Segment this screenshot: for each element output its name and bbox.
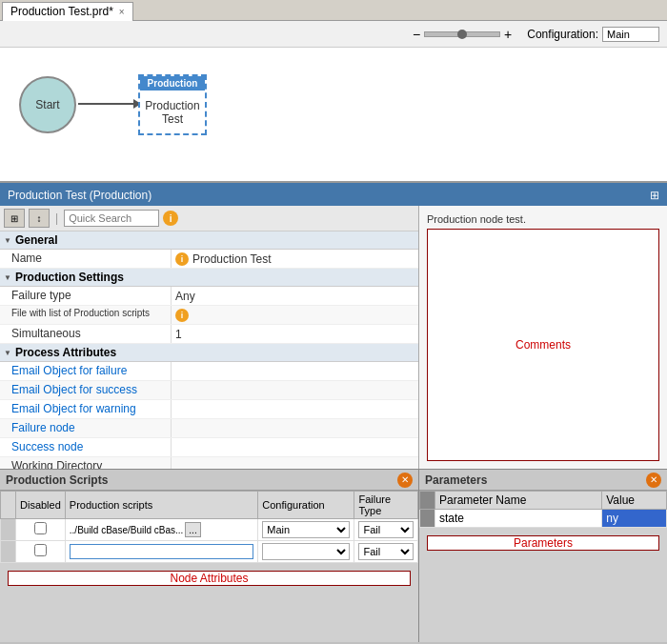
prop-row-email-failure: Email Object for failure xyxy=(0,362,418,381)
row1-disabled-cell xyxy=(16,519,66,541)
config-label: Configuration: xyxy=(527,28,598,41)
properties-title: Production Test (Production) xyxy=(8,189,152,202)
tab-production-test[interactable]: Production Test.prd* × xyxy=(2,2,133,21)
failure-node-label: Failure node xyxy=(0,419,172,437)
row2-config-select[interactable] xyxy=(262,543,350,560)
tab-close-button[interactable]: × xyxy=(119,7,125,17)
props-toolbar-btn1[interactable]: ⊞ xyxy=(4,209,25,228)
simultaneous-label: Simultaneous xyxy=(0,325,172,343)
parameters-close[interactable]: ✕ xyxy=(646,473,661,488)
process-attrs-section-header: ▼ Process Attributes xyxy=(0,344,418,362)
row2-failure-cell: Fail xyxy=(354,541,418,563)
node-attributes-box: Node Attributes xyxy=(8,571,411,586)
prop-row-email-warning: Email Object for warning xyxy=(0,400,418,419)
tab-title: Production Test.prd* xyxy=(10,5,113,18)
row1-config-select[interactable]: Main xyxy=(262,521,350,538)
quick-search-input[interactable] xyxy=(64,210,159,227)
production-node-body: Production Test xyxy=(145,91,199,133)
row2-config-cell xyxy=(258,541,354,563)
row2-disabled-checkbox[interactable] xyxy=(34,544,47,556)
th-disabled: Disabled xyxy=(16,492,66,519)
production-scripts-table-scroll[interactable]: Disabled Production scripts Configuratio… xyxy=(0,491,418,642)
parameters-table-scroll[interactable]: Parameter Name Value state ny Parameters xyxy=(419,491,667,642)
row2-failure-select[interactable]: Fail xyxy=(358,543,414,560)
properties-header: Production Test (Production) ⊞ xyxy=(0,185,667,206)
row2-script-input[interactable] xyxy=(70,544,253,559)
zoom-slider-area: − + Configuration: Main xyxy=(413,27,659,42)
pin-icon[interactable]: ⊞ xyxy=(650,189,659,202)
props-right-panel: Production node test. Comments xyxy=(419,206,667,469)
config-value[interactable]: Main xyxy=(602,27,659,42)
prop-row-failure-node: Failure node xyxy=(0,419,418,438)
file-list-value: i xyxy=(172,306,418,324)
props-left-panel: ⊞ ↕ | i ▼ General Name i Production Test xyxy=(0,206,419,469)
properties-panel: Production Test (Production) ⊞ ⊞ ↕ | i ▼… xyxy=(0,183,667,469)
prod-settings-section-header: ▼ Production Settings xyxy=(0,269,418,287)
row2-indicator xyxy=(1,541,16,563)
email-warning-label: Email Object for warning xyxy=(0,400,172,418)
start-node[interactable]: Start xyxy=(19,76,76,133)
tab-bar: Production Test.prd* × xyxy=(0,0,667,21)
prop-row-working-dir: Working Directory xyxy=(0,457,418,469)
parameters-table: Parameter Name Value state ny xyxy=(419,491,667,528)
row1-config-cell: Main xyxy=(258,519,354,541)
production-scripts-table: Disabled Production scripts Configuratio… xyxy=(0,491,418,563)
general-collapse-icon[interactable]: ▼ xyxy=(4,236,11,245)
diagram-canvas: Start Production Production Test xyxy=(0,48,667,181)
row1-script-cell: ../Build cBase/Build cBas... ... xyxy=(65,519,257,541)
prop-row-name: Name i Production Test xyxy=(0,250,418,269)
production-scripts-header: Production Scripts ✕ xyxy=(0,470,418,491)
props-toolbar-btn2[interactable]: ↕ xyxy=(29,209,50,228)
parameters-box-label: Parameters xyxy=(514,536,573,550)
row1-indicator xyxy=(1,519,16,541)
params-table-row: state ny xyxy=(420,510,667,528)
failure-type-value: Any xyxy=(172,287,418,305)
success-node-label: Success node xyxy=(0,438,172,456)
parameters-title: Parameters xyxy=(425,473,487,487)
zoom-minus[interactable]: − xyxy=(413,27,420,42)
prop-row-simultaneous: Simultaneous 1 xyxy=(0,325,418,344)
working-dir-label: Working Directory xyxy=(0,457,172,469)
table-row: Fail xyxy=(1,541,418,563)
row1-disabled-checkbox[interactable] xyxy=(34,522,47,534)
props-toolbar: ⊞ ↕ | i xyxy=(0,206,418,231)
row2-disabled-cell xyxy=(16,541,66,563)
production-scripts-close[interactable]: ✕ xyxy=(397,473,413,488)
bottom-panels: Production Scripts ✕ Disabled Production… xyxy=(0,469,667,642)
zoom-slider[interactable] xyxy=(424,31,500,37)
parameters-box: Parameters xyxy=(427,535,659,551)
name-label: Name xyxy=(0,250,172,268)
parameters-header: Parameters ✕ xyxy=(419,470,667,491)
production-node[interactable]: Production Production Test xyxy=(138,74,207,135)
row1-failure-cell: Fail xyxy=(354,519,418,541)
th-indicator xyxy=(1,492,16,519)
file-list-info-dot: i xyxy=(175,309,189,322)
params-th-name: Parameter Name xyxy=(435,492,602,510)
canvas-toolbar: − + Configuration: Main xyxy=(0,21,667,48)
failure-type-label: Failure type xyxy=(0,287,172,305)
prop-row-file-list: File with list of Production scripts i xyxy=(0,306,418,325)
row1-failure-select[interactable]: Fail xyxy=(358,521,414,538)
properties-body: ⊞ ↕ | i ▼ General Name i Production Test xyxy=(0,206,667,469)
params-th-value: Value xyxy=(602,492,667,510)
params-row1-value: ny xyxy=(602,510,667,528)
connection-arrow xyxy=(78,103,135,105)
params-row1-name: state xyxy=(435,510,602,528)
email-failure-label: Email Object for failure xyxy=(0,362,172,380)
canvas-area: − + Configuration: Main Start Production… xyxy=(0,21,667,183)
prod-settings-collapse-icon[interactable]: ▼ xyxy=(4,273,11,282)
th-failure: FailureType xyxy=(354,492,418,519)
row1-browse-button[interactable]: ... xyxy=(185,522,200,537)
email-success-label: Email Object for success xyxy=(0,381,172,399)
comments-description: Production node test. xyxy=(427,213,659,225)
process-attrs-collapse-icon[interactable]: ▼ xyxy=(4,349,11,357)
th-scripts: Production scripts xyxy=(65,492,257,519)
production-scripts-panel: Production Scripts ✕ Disabled Production… xyxy=(0,470,419,642)
prop-row-email-success: Email Object for success xyxy=(0,381,418,400)
name-info-dot: i xyxy=(175,252,189,266)
params-row1-indicator xyxy=(420,510,435,528)
simultaneous-value: 1 xyxy=(172,325,418,343)
info-icon: i xyxy=(163,211,178,226)
zoom-plus[interactable]: + xyxy=(504,27,512,42)
production-scripts-title: Production Scripts xyxy=(6,473,108,487)
